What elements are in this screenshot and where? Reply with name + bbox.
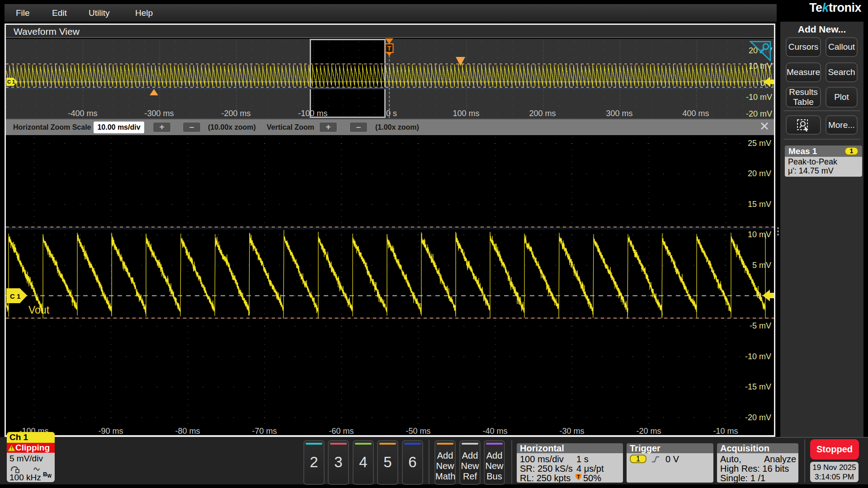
svg-text:0 s: 0 s	[386, 109, 397, 118]
svg-text:10 mV: 10 mV	[749, 61, 772, 70]
svg-text:-100 ms: -100 ms	[298, 109, 327, 118]
svg-text:Vout: Vout	[28, 304, 50, 316]
svg-text:-200 ms: -200 ms	[221, 109, 250, 118]
svg-text:-40 ms: -40 ms	[482, 427, 507, 436]
svg-text:25 mV: 25 mV	[748, 139, 771, 148]
svg-text:-80 ms: -80 ms	[175, 427, 200, 436]
svg-text:-20 ms: -20 ms	[636, 427, 661, 436]
svg-text:T: T	[577, 474, 580, 479]
svg-text:10 mV: 10 mV	[748, 230, 771, 239]
svg-text:-20 mV: -20 mV	[746, 109, 772, 118]
svg-text:200 ms: 200 ms	[529, 109, 556, 118]
svg-text:C 1: C 1	[7, 79, 15, 84]
svg-text:!: !	[11, 446, 12, 451]
svg-text:400 ms: 400 ms	[682, 109, 709, 118]
svg-text:-70 ms: -70 ms	[252, 427, 277, 436]
svg-text:0: 0	[760, 79, 765, 88]
svg-text:-10 mV: -10 mV	[746, 93, 772, 102]
svg-text:5 mV: 5 mV	[752, 261, 771, 270]
svg-text:-60 ms: -60 ms	[329, 427, 354, 436]
svg-text:-400 ms: -400 ms	[68, 109, 97, 118]
svg-text:C 1: C 1	[10, 292, 20, 300]
svg-text:0: 0	[757, 291, 761, 300]
svg-text:T: T	[387, 45, 392, 52]
svg-text:-30 ms: -30 ms	[559, 427, 584, 436]
svg-text:-90 ms: -90 ms	[98, 427, 123, 436]
svg-text:-20 mV: -20 mV	[745, 413, 771, 422]
svg-text:20 mV: 20 mV	[748, 169, 771, 178]
svg-text:15 mV: 15 mV	[748, 200, 771, 209]
svg-text:-50 ms: -50 ms	[406, 427, 430, 436]
svg-text:-10 mV: -10 mV	[745, 352, 771, 361]
svg-text:300 ms: 300 ms	[606, 109, 632, 118]
svg-text:-10 ms: -10 ms	[713, 427, 738, 436]
svg-text:-300 ms: -300 ms	[144, 109, 174, 118]
svg-text:-5 mV: -5 mV	[750, 321, 771, 330]
svg-text:-15 mV: -15 mV	[745, 382, 771, 391]
svg-text:100 ms: 100 ms	[453, 109, 479, 118]
